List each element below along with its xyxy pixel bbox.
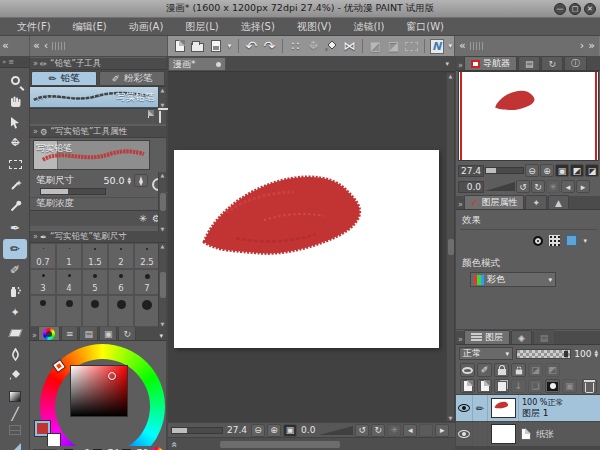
size-cell[interactable] xyxy=(108,295,134,327)
tool-object[interactable] xyxy=(3,112,27,132)
tool-property-header[interactable]: » ⚙ “写实铅笔”工具属性 xyxy=(30,125,166,138)
tool-selection[interactable] xyxy=(3,154,27,174)
canvas-fit-button[interactable]: ▣ xyxy=(283,424,297,437)
panel-menu-icon[interactable]: » xyxy=(456,200,464,209)
size-cell[interactable]: 0.7 xyxy=(30,243,56,269)
layer-visibility-toggle[interactable] xyxy=(456,422,473,446)
layer-thumbnail[interactable] xyxy=(488,422,519,446)
open-file-button[interactable] xyxy=(190,38,205,55)
canvas-zoom-in-button[interactable]: ⊕ xyxy=(267,424,281,437)
fill-button[interactable] xyxy=(324,38,339,55)
new-file-button[interactable] xyxy=(172,38,187,55)
h-scroll-thumb[interactable] xyxy=(220,441,340,448)
tab-navigator[interactable]: 导航器 xyxy=(464,56,517,70)
flip-vertical-button[interactable]: ◪ xyxy=(386,38,401,55)
flip-horizontal-button[interactable]: ◩ xyxy=(368,38,383,55)
set-ruler-button[interactable]: ◪ xyxy=(528,363,543,377)
tab-list-dropdown[interactable]: ▾ xyxy=(439,60,455,68)
menu-animation[interactable]: 动画(A) xyxy=(118,18,175,35)
reset-settings-icon[interactable]: ✳ xyxy=(139,213,147,224)
expand-bottom-icon[interactable]: « xyxy=(169,441,180,447)
opacity-value[interactable]: 100 xyxy=(574,349,591,359)
panel-grip[interactable] xyxy=(470,42,484,50)
transfer-down-button[interactable]: ↓ xyxy=(511,379,526,393)
menu-edit[interactable]: 编辑(E) xyxy=(62,18,118,35)
tool-eraser[interactable] xyxy=(3,323,27,343)
brush-size-spinner[interactable]: ▲▼ xyxy=(128,177,131,185)
nav-rotate-left-button[interactable]: ↺ xyxy=(516,180,530,193)
nav-step-left-button[interactable]: ◂ xyxy=(561,180,575,193)
maximize-button[interactable]: □ xyxy=(569,3,581,15)
navigator-preview[interactable] xyxy=(458,71,599,161)
navigator-rotation-value[interactable]: 0.0 xyxy=(458,181,484,193)
close-button[interactable]: ✕ xyxy=(584,3,596,15)
blend-mode-dropdown[interactable]: 正常 ▾ xyxy=(459,347,513,360)
toolbar-overflow-dropdown[interactable]: ▾ xyxy=(447,38,455,55)
canvas-rotate-left-button[interactable]: ↺ xyxy=(355,424,369,437)
tool-frame-border[interactable] xyxy=(3,420,27,440)
tool-layer-move[interactable]: ↔↕ xyxy=(3,133,27,153)
subtool-tab-pastel[interactable]: ✐ 粉彩笔 xyxy=(99,71,165,86)
layer-row-2[interactable]: 纸张 xyxy=(456,422,600,447)
delete-layer-button[interactable] xyxy=(582,379,597,393)
brush-size-slider[interactable] xyxy=(40,188,106,195)
tab-approx-color[interactable]: ▣ xyxy=(99,326,118,340)
size-cell[interactable] xyxy=(56,295,82,327)
layer-name[interactable]: 纸张 xyxy=(536,429,554,439)
opacity-slider[interactable] xyxy=(516,349,571,359)
brush-size-panel-header[interactable]: » ✒ “写实铅笔”笔刷尺寸 xyxy=(30,230,166,243)
mask-enable-button[interactable] xyxy=(460,363,475,377)
document-tab[interactable]: 漫画* xyxy=(168,57,226,71)
save-button[interactable] xyxy=(208,38,223,55)
saturation-value-square[interactable] xyxy=(70,365,128,417)
tab-color-history[interactable]: ↻ xyxy=(118,326,136,340)
nav-rotate-right-button[interactable]: ↻ xyxy=(531,180,545,193)
tool-airbrush[interactable] xyxy=(3,281,27,301)
tab-color-set[interactable]: ▤ xyxy=(79,326,98,340)
subtool-item-realistic-pencil[interactable]: 写实铅笔 ▲▼ xyxy=(30,87,166,108)
tool-fill[interactable] xyxy=(3,365,27,385)
canvas-step-right-button[interactable]: ▸ xyxy=(435,424,449,437)
undo-button[interactable]: ↶ xyxy=(244,38,259,55)
navigator-zoom-slider[interactable] xyxy=(485,167,524,174)
transform-button[interactable]: ⋈ xyxy=(342,38,357,55)
background-color-swatch[interactable] xyxy=(47,433,61,446)
layer-visibility-toggle[interactable] xyxy=(456,395,473,421)
tool-property-preview[interactable]: 写实铅笔 xyxy=(33,140,150,170)
collapse-right-panel-icon[interactable]: « xyxy=(459,37,466,55)
canvas-reset-rotation-button[interactable]: ✳ xyxy=(387,424,401,437)
navigator-rotation-slider[interactable] xyxy=(485,182,515,191)
size-cell[interactable]: 1.5 xyxy=(82,243,108,269)
pressure-settings-button[interactable] xyxy=(134,174,148,187)
menu-filter[interactable]: 滤镜(I) xyxy=(343,18,396,35)
tab-layer[interactable]: 图层 xyxy=(464,330,510,344)
canvas-zoom-slider[interactable] xyxy=(171,427,223,434)
panel-menu-icon[interactable]: » xyxy=(30,331,38,340)
menu-layer[interactable]: 图层(L) xyxy=(174,18,229,35)
nav-flip-vertical-button[interactable]: ◪ xyxy=(585,164,599,177)
move-canvas-button[interactable]: ↔↕ xyxy=(306,38,321,55)
merge-down-button[interactable]: ❏ xyxy=(528,379,543,393)
nav-zoom-out-button[interactable]: ⊖ xyxy=(525,164,539,177)
tab-layer-property[interactable]: ✔ 图层属性 xyxy=(464,195,525,209)
collapse-toolbox-icon[interactable]: « xyxy=(2,37,9,55)
ruler-range-button[interactable]: ◩ xyxy=(545,363,560,377)
panel-menu-icon[interactable]: » xyxy=(33,127,37,136)
selection-border-button[interactable] xyxy=(404,38,419,55)
tool-eyedropper[interactable] xyxy=(3,196,27,216)
nav-zoom-in-button[interactable]: ⊕ xyxy=(540,164,554,177)
sv-selector[interactable] xyxy=(108,372,116,380)
canvas-rotation-slider[interactable] xyxy=(319,426,353,435)
canvas-rotate-right-button[interactable]: ↻ xyxy=(371,424,385,437)
nav-fit-button[interactable]: ▣ xyxy=(555,164,569,177)
tool-auto-select[interactable] xyxy=(3,175,27,195)
tool-zoom[interactable] xyxy=(3,70,27,90)
size-cell[interactable]: 1 xyxy=(56,243,82,269)
navigator-zoom-value[interactable]: 27.4 xyxy=(458,165,484,177)
size-cell[interactable] xyxy=(82,295,108,327)
pen-pressure-button[interactable]: N xyxy=(430,39,444,54)
panel-grip[interactable] xyxy=(52,42,66,50)
canvas-blank-button[interactable] xyxy=(419,424,433,437)
panel-menu-icon[interactable]: » xyxy=(33,232,37,241)
size-cell[interactable]: 6 xyxy=(108,269,134,295)
